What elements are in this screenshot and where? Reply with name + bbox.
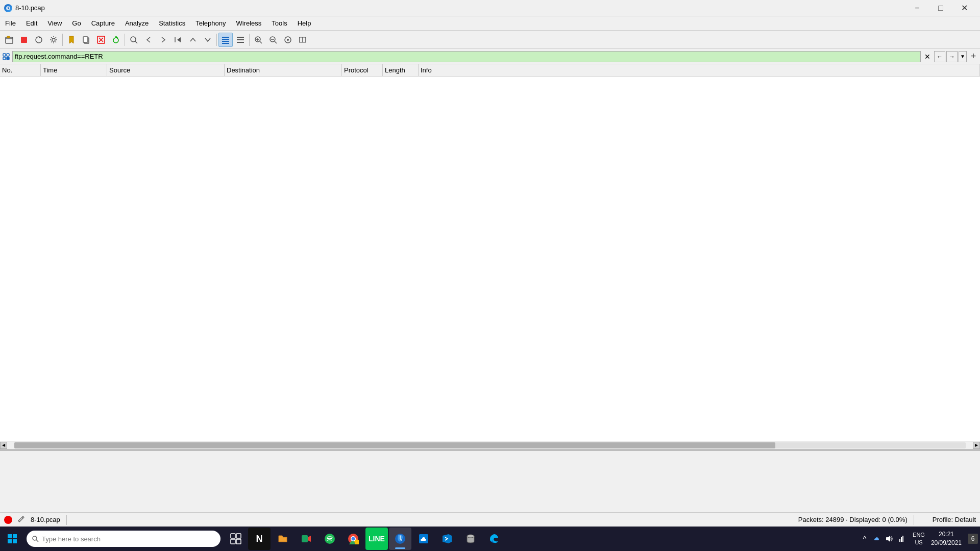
- taskbar-search-input[interactable]: [42, 535, 195, 543]
- column-header-protocol[interactable]: Protocol: [342, 64, 383, 76]
- horizontal-scrollbar[interactable]: ◀ ▶: [0, 441, 980, 449]
- svg-rect-1: [7, 36, 10, 38]
- spotify-taskbar-button[interactable]: [318, 528, 341, 550]
- minimize-button[interactable]: −: [905, 0, 929, 16]
- column-header-length[interactable]: Length: [383, 64, 419, 76]
- svg-rect-48: [231, 539, 235, 544]
- scroll-thumb[interactable]: [14, 442, 775, 448]
- back-button[interactable]: [141, 33, 156, 47]
- menu-edit[interactable]: Edit: [21, 16, 42, 30]
- wireshark-taskbar-button[interactable]: [389, 528, 411, 550]
- menu-telephony[interactable]: Telephony: [190, 16, 231, 30]
- tray-cloud-icon[interactable]: [872, 534, 882, 544]
- svg-point-4: [52, 38, 55, 41]
- chrome-taskbar-button[interactable]: [342, 528, 364, 550]
- scroll-track[interactable]: [14, 442, 966, 448]
- notion-taskbar-button[interactable]: N: [248, 528, 271, 550]
- menu-view[interactable]: View: [42, 16, 67, 30]
- menu-capture[interactable]: Capture: [86, 16, 120, 30]
- tray-chevron-icon[interactable]: ^: [860, 534, 870, 544]
- svg-rect-64: [902, 536, 903, 542]
- svg-line-39: [22, 517, 23, 518]
- menu-analyze[interactable]: Analyze: [120, 16, 154, 30]
- toolbar-separator-1: [62, 34, 63, 46]
- svg-rect-18: [237, 37, 244, 38]
- filter-dropdown-button[interactable]: ▼: [959, 51, 967, 62]
- filter-forward-button[interactable]: →: [946, 51, 958, 62]
- column-header-time[interactable]: Time: [41, 64, 107, 76]
- column-display-button[interactable]: [218, 33, 233, 47]
- task-view-button[interactable]: [225, 528, 247, 550]
- filter-clear-button[interactable]: ✕: [922, 51, 933, 62]
- svg-rect-49: [236, 539, 241, 544]
- svg-line-45: [36, 540, 38, 542]
- svg-rect-63: [901, 537, 902, 542]
- zoom-in-button[interactable]: [251, 33, 265, 47]
- close-button[interactable]: ✕: [952, 0, 976, 16]
- tray-network-icon[interactable]: [896, 534, 906, 544]
- menu-help[interactable]: Help: [292, 16, 316, 30]
- zoom-out-button[interactable]: [266, 33, 280, 47]
- menu-go[interactable]: Go: [67, 16, 86, 30]
- menu-statistics[interactable]: Statistics: [154, 16, 190, 30]
- delete-button[interactable]: [94, 33, 108, 47]
- forward-button[interactable]: [156, 33, 170, 47]
- zoom-reset-button[interactable]: [281, 33, 295, 47]
- filter-icon: [1, 52, 11, 62]
- bottom-panel: [0, 451, 980, 512]
- status-edit-button[interactable]: [16, 515, 27, 525]
- taskbar-language[interactable]: ENG US: [911, 531, 927, 547]
- meet-taskbar-button[interactable]: [295, 528, 317, 550]
- cloud-taskbar-button[interactable]: [412, 528, 435, 550]
- menu-tools[interactable]: Tools: [266, 16, 292, 30]
- filter-add-button[interactable]: +: [968, 51, 979, 62]
- tray-speaker-icon[interactable]: [884, 534, 894, 544]
- taskbar-apps: N: [225, 528, 505, 550]
- maximize-button[interactable]: □: [929, 0, 952, 16]
- window-controls: − □ ✕: [905, 0, 976, 16]
- jump-first-button[interactable]: [171, 33, 185, 47]
- menu-wireless[interactable]: Wireless: [231, 16, 266, 30]
- files-taskbar-button[interactable]: [272, 528, 294, 550]
- next-packet-button[interactable]: [201, 33, 215, 47]
- taskbar-notification-area[interactable]: 6: [966, 527, 980, 551]
- find-button[interactable]: [127, 33, 141, 47]
- column-header-no[interactable]: No.: [0, 64, 41, 76]
- menu-file[interactable]: File: [0, 16, 21, 30]
- scroll-right-button[interactable]: ▶: [973, 442, 980, 449]
- filter-input[interactable]: [12, 51, 921, 62]
- recapture-button[interactable]: [109, 33, 123, 47]
- svg-rect-17: [222, 43, 229, 44]
- database-taskbar-button[interactable]: [459, 528, 482, 550]
- svg-rect-37: [3, 57, 6, 60]
- taskbar-search[interactable]: [27, 531, 220, 547]
- copy-button[interactable]: [79, 33, 93, 47]
- stop-button[interactable]: [17, 33, 31, 47]
- ide-taskbar-button[interactable]: [436, 528, 458, 550]
- column-header-destination[interactable]: Destination: [225, 64, 342, 76]
- status-packets: Packets: 24899 · Displayed: 0 (0.0%): [798, 516, 908, 523]
- status-right: Packets: 24899 · Displayed: 0 (0.0%) Pro…: [798, 515, 976, 525]
- start-button[interactable]: [0, 527, 24, 551]
- svg-rect-46: [231, 534, 235, 538]
- status-separator-2: [914, 515, 914, 525]
- edge-taskbar-button[interactable]: [483, 528, 505, 550]
- column-header-source[interactable]: Source: [107, 64, 225, 76]
- prev-packet-button[interactable]: [186, 33, 200, 47]
- menu-bar: File Edit View Go Capture Analyze Statis…: [0, 16, 980, 31]
- record-button[interactable]: [4, 516, 12, 524]
- svg-point-60: [467, 535, 474, 538]
- restart-capture-button[interactable]: [32, 33, 46, 47]
- svg-rect-16: [222, 41, 229, 42]
- settings-button[interactable]: [46, 33, 61, 47]
- taskbar-clock[interactable]: 20:21 20/09/2021: [927, 527, 966, 551]
- scroll-left-button[interactable]: ◀: [0, 442, 7, 449]
- mark-button[interactable]: [233, 33, 248, 47]
- line-taskbar-button[interactable]: LINE: [365, 528, 388, 550]
- bookmark-button[interactable]: [64, 33, 79, 47]
- column-header-info[interactable]: Info: [419, 64, 980, 76]
- svg-rect-19: [237, 39, 244, 40]
- resize-columns-button[interactable]: [296, 33, 310, 47]
- filter-back-button[interactable]: ←: [934, 51, 945, 62]
- open-button[interactable]: [2, 33, 16, 47]
